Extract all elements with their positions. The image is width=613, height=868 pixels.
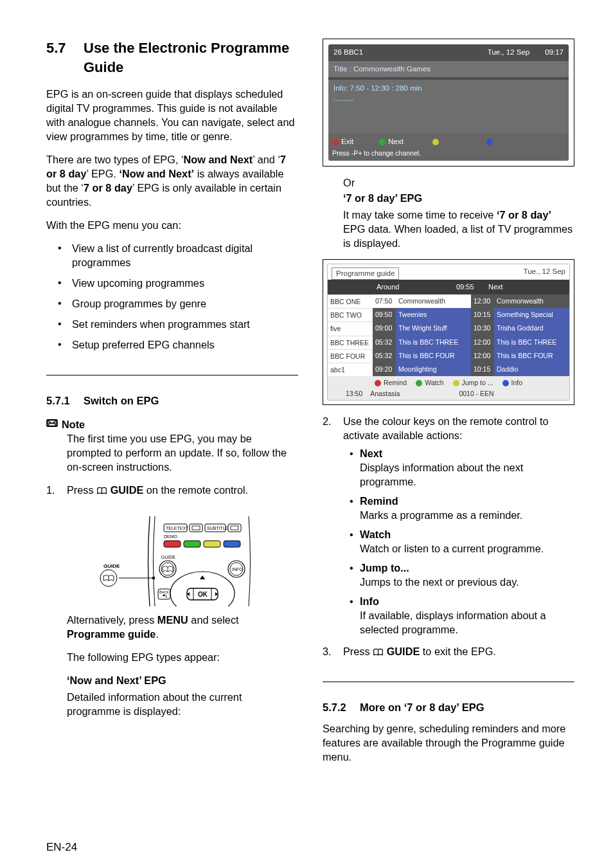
pg-date: Tue., 12 Sep (524, 267, 565, 277)
note-body: The first time you use EPG, you may be p… (46, 431, 298, 474)
pg-tab: Programme guide (332, 267, 399, 280)
subsection-heading: 5.7.1 Switch on EPG (46, 393, 298, 408)
svg-text:DEMO: DEMO (164, 534, 178, 539)
seven-day-osd: Programme guide Tue., 12 Sep Around 09:5… (323, 259, 574, 406)
now-next-heading: ‘Now and Next’ EPG (46, 673, 298, 687)
divider (323, 682, 574, 682)
svg-text:TELETEXT: TELETEXT (166, 526, 189, 530)
svg-text:OK: OK (198, 591, 208, 598)
subsection-number: 5.7.1 (46, 393, 84, 408)
osd-title-line: Title : Commonwealth Games (328, 61, 569, 78)
osd-channel: 26 BBC1 (333, 48, 363, 58)
svg-rect-7 (190, 524, 202, 532)
svg-text:BACK: BACK (159, 590, 169, 594)
subsection-title: More on ‘7 or 8 day’ EPG (360, 700, 484, 714)
subsection-title: Switch on EPG (84, 393, 159, 408)
svg-text:SUBTITLE: SUBTITLE (207, 526, 229, 530)
action-item: NextDisplays information about the next … (350, 446, 574, 489)
step-item: 1. Press GUIDE on the remote control. (46, 483, 298, 498)
svg-rect-14 (164, 541, 181, 547)
svg-text:INFO: INFO (232, 567, 243, 572)
list-item: Setup preferred EPG channels (58, 338, 298, 352)
feature-list: View a list of currently broadcast digit… (46, 241, 298, 358)
list-item: Set reminders when programmes start (58, 317, 298, 331)
section-number: 5.7 (46, 39, 84, 77)
step-item: 3. Press GUIDE to exit the EPG. (323, 644, 574, 660)
pg-table: BBC ONE07:50Commonwealth12:30Commonwealt… (328, 294, 569, 376)
now-next-body: Detailed information about the current p… (46, 690, 298, 718)
subsection-number: 5.7.2 (323, 700, 360, 714)
now-next-osd: 26 BBC1 Tue., 12 Sep 09:17 Title : Commo… (323, 39, 574, 167)
intro-paragraph: EPG is an on-screen guide that displays … (46, 87, 298, 143)
epg-types-paragraph: There are two types of EPG, ‘Now and Nex… (46, 152, 298, 209)
svg-rect-17 (224, 541, 240, 547)
osd-footer-hint: Press -P+ to change channel. (328, 149, 569, 161)
note-icon (46, 417, 58, 431)
list-item: View a list of currently broadcast digit… (58, 241, 298, 269)
svg-rect-12 (231, 526, 238, 530)
action-item: WatchWatch or listen to a current progra… (350, 527, 574, 556)
svg-rect-11 (228, 524, 241, 532)
menu-intro: With the EPG menu you can: (46, 218, 298, 232)
note-heading: Note (46, 417, 298, 431)
guide-label-callout: GUIDE (103, 563, 120, 569)
action-item: Jump to...Jumps to the next or previous … (350, 561, 574, 589)
osd-time: 09:17 (545, 48, 564, 58)
action-item: RemindMarks a programme as a reminder. (350, 494, 574, 522)
or-label: Or (323, 176, 574, 190)
subsection-heading: 5.7.2 More on ‘7 or 8 day’ EPG (323, 700, 574, 714)
section-title: Use the Electronic Programme Guide (84, 39, 298, 77)
guide-icon (373, 646, 384, 660)
svg-rect-8 (192, 526, 200, 530)
list-item: Group programmes by genre (58, 296, 298, 311)
types-appear-line: The following EPG types appear: (46, 650, 298, 664)
section-heading: 5.7 Use the Electronic Programme Guide (46, 39, 298, 77)
svg-rect-15 (184, 541, 200, 547)
alternative-instruction: Alternatively, press MENU and select Pro… (46, 613, 298, 641)
note-label: Note (62, 417, 85, 431)
svg-rect-16 (204, 541, 220, 547)
guide-icon (96, 484, 107, 498)
divider (46, 375, 298, 375)
seven-day-body: It may take some time to receive ‘7 or 8… (323, 208, 574, 250)
list-item: View upcoming programmes (58, 276, 298, 290)
svg-text:GUIDE: GUIDE (161, 555, 176, 559)
action-item: InfoIf available, displays information a… (350, 594, 574, 637)
seven-day-heading: ‘7 or 8 day’ EPG (343, 192, 422, 204)
osd-info-line: Info: 7:50 - 12:30 : 280 min (333, 84, 564, 94)
page-footer: EN-24 (46, 840, 298, 855)
osd-dots: .......... (333, 94, 564, 104)
step-item: 2. Use the colour keys on the remote con… (323, 414, 574, 637)
osd-date: Tue., 12 Sep (488, 48, 529, 58)
remote-figure: GUIDE TELETEXT SUBTITLE DEMO (46, 516, 298, 606)
sub2-body: Searching by genre, scheduling reminders… (323, 721, 574, 764)
